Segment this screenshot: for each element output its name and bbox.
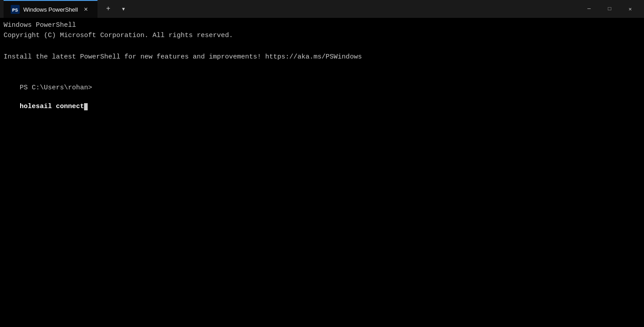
cursor [84, 103, 88, 110]
command-text: holesail connect [20, 103, 84, 110]
tab-title: Windows PowerShell [23, 6, 78, 13]
terminal-content[interactable]: Windows PowerShell Copyright (C) Microso… [0, 18, 644, 327]
terminal-line-1: Windows PowerShell [4, 21, 640, 30]
svg-text:PS: PS [12, 8, 18, 13]
powershell-icon: PS [11, 5, 20, 14]
terminal-line-4: Install the latest PowerShell for new fe… [4, 52, 640, 62]
new-tab-button[interactable]: + [101, 2, 115, 16]
dropdown-button[interactable]: ▾ [116, 2, 131, 16]
maximize-button[interactable]: □ [599, 0, 620, 18]
minimize-button[interactable]: ─ [579, 0, 599, 18]
title-bar: PS Windows PowerShell ✕ + ▾ ─ □ ✕ [0, 0, 644, 18]
tab-area: PS Windows PowerShell ✕ + ▾ [4, 0, 579, 18]
tab-close-button[interactable]: ✕ [81, 5, 90, 14]
close-window-button[interactable]: ✕ [620, 0, 640, 18]
terminal-line-5 [4, 63, 640, 72]
terminal-line-2: Copyright (C) Microsoft Corporation. All… [4, 31, 640, 40]
window-controls: ─ □ ✕ [579, 0, 640, 18]
terminal-prompt-line: PS C:\Users\rohan> holesail connect [4, 74, 640, 121]
active-tab[interactable]: PS Windows PowerShell ✕ [4, 0, 97, 18]
prompt-ps: PS C:\Users\rohan> [20, 84, 92, 92]
tab-actions: + ▾ [97, 2, 131, 16]
terminal-line-3 [4, 41, 640, 50]
